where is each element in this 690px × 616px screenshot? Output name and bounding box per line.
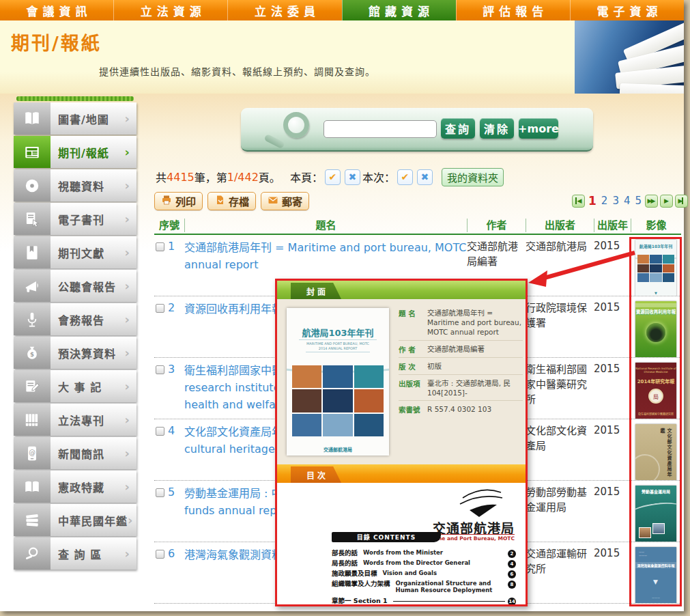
nav-tab-meeting-info[interactable]: 會議資訊 bbox=[0, 0, 113, 20]
megaphone-icon bbox=[14, 270, 51, 302]
toc-section-bar: 目次 bbox=[277, 464, 526, 483]
select-this-session-label: 本次： bbox=[362, 169, 395, 185]
sidebar-item-chronicle[interactable]: 大 事 記 › bbox=[14, 370, 136, 402]
row-checkbox[interactable] bbox=[156, 365, 164, 374]
sidebar-item-periodical-literature[interactable]: 期刊文獻 › bbox=[14, 236, 136, 268]
mail-button[interactable]: 郵寄 bbox=[261, 192, 309, 210]
my-folder-button[interactable]: 我的資料夾 bbox=[442, 168, 504, 186]
page: 會議資訊 立法資源 立法委員 館藏資源 評估報告 電子資源 期刊/報紙 提供連續… bbox=[0, 0, 684, 611]
chevron-right-icon: › bbox=[125, 213, 130, 225]
cover-thumbnail-recycling[interactable]: 資源回收再利用年報 bbox=[635, 301, 676, 358]
cross-icon: ✖ bbox=[349, 171, 357, 182]
more-options-button[interactable]: +more bbox=[519, 118, 558, 139]
toc-entry: 施政願景及目標 Vision and Goals 6 bbox=[332, 570, 516, 578]
row-checkbox[interactable] bbox=[156, 304, 164, 313]
ebook-icon bbox=[14, 203, 51, 235]
search-input[interactable] bbox=[324, 120, 437, 138]
nav-tab-evaluation-reports[interactable]: 評估報告 bbox=[456, 0, 570, 20]
sidebar-item-audio-visual[interactable]: 視聽資料 › bbox=[14, 169, 136, 201]
chevron-right-icon: › bbox=[125, 113, 130, 125]
toc-section-body: 交通部航港局 Maritime and Port Bureau, MOTC 目錄… bbox=[277, 483, 526, 604]
sidebar-item-public-hearing-reports[interactable]: 公聽會報告 › bbox=[14, 270, 136, 302]
disc-icon bbox=[14, 169, 51, 201]
chevron-right-icon: › bbox=[125, 247, 130, 259]
top-navigation: 會議資訊 立法資源 立法委員 館藏資源 評估報告 電子資源 bbox=[0, 0, 684, 20]
chevron-right-icon: › bbox=[128, 514, 132, 527]
page-subtitle: 提供連續性出版品、縮影資料、報紙線上預約、調閱及查詢。 bbox=[99, 64, 375, 78]
pagination: ◀ 1 2 3 4 5 ▶▶ ▶ ▶ bbox=[572, 194, 688, 208]
page-number-link[interactable]: 5 bbox=[635, 195, 642, 207]
column-header-number: 序號 bbox=[154, 219, 184, 232]
svg-text:@: @ bbox=[29, 449, 35, 456]
save-button[interactable]: 存檔 bbox=[207, 192, 256, 210]
chevron-right-icon: › bbox=[125, 180, 130, 192]
page-title: 期刊/報紙 bbox=[11, 29, 102, 55]
sidebar-item-e-books[interactable]: 電子書刊 › bbox=[14, 203, 136, 235]
cover-section-body: 航港局103年年刊 MARITIME AND PORT BUREAU, MOTC… bbox=[277, 299, 526, 464]
cover-preview-image: 航港局103年年刊 MARITIME AND PORT BUREAU, MOTC… bbox=[287, 308, 389, 456]
row-checkbox[interactable] bbox=[156, 550, 164, 559]
column-header-year: 出版年 bbox=[594, 219, 631, 232]
newspaper-icon bbox=[14, 136, 51, 168]
page-number-link[interactable]: 2 bbox=[601, 195, 608, 207]
search-magnifier-handle bbox=[263, 134, 285, 150]
chevron-right-icon: › bbox=[125, 146, 130, 158]
save-file-icon bbox=[214, 195, 225, 208]
sidebar-item-news-briefs[interactable]: @ 新聞簡訊 › bbox=[14, 437, 136, 469]
nav-tab-e-resources[interactable]: 電子資源 bbox=[570, 0, 684, 20]
sidebar-item-constitutional-collection[interactable]: 憲政特藏 › bbox=[14, 471, 136, 503]
books-icon bbox=[14, 404, 51, 436]
cover-section-bar: 封面 bbox=[277, 281, 526, 299]
chevron-right-icon: › bbox=[125, 481, 130, 493]
sidebar-item-periodicals-newspapers[interactable]: 期刊/報紙 › bbox=[14, 136, 136, 168]
journal-icon bbox=[14, 236, 51, 268]
deselect-all-page-button[interactable]: ✖ bbox=[345, 169, 360, 185]
nav-tab-legislative-resources[interactable]: 立法資源 bbox=[113, 0, 227, 20]
chevron-right-icon: › bbox=[125, 313, 130, 326]
page-number-current: 1 bbox=[588, 194, 596, 208]
first-page-button[interactable]: ◀ bbox=[572, 195, 585, 208]
toc-leader-line bbox=[393, 601, 505, 602]
row-checkbox[interactable] bbox=[156, 488, 164, 497]
last-page-button[interactable]: ▶ bbox=[675, 195, 688, 208]
sidebar-item-legislative-journal[interactable]: 立法專刊 › bbox=[14, 404, 136, 436]
clear-button[interactable]: 清除 bbox=[480, 118, 514, 139]
cover-thumbnail-medicine-research[interactable]: National Research Institute of Chinese M… bbox=[635, 363, 676, 419]
nav-tab-library-collection[interactable]: 館藏資源 bbox=[342, 0, 456, 20]
sidebar-item-budget-data[interactable]: $ 預決算資料 › bbox=[14, 337, 136, 369]
cover-thumbnail-maritime[interactable]: 航港局103年年刊▼ bbox=[635, 240, 676, 296]
next-page-button[interactable]: ▶ bbox=[660, 195, 673, 208]
contents-heading: 目錄 CONTENTS bbox=[332, 532, 441, 542]
book-icon bbox=[14, 102, 51, 135]
results-summary: 共4415筆，第1/442頁。 本頁： ✔ ✖ 本次： ✔ ✖ 我的資料夾 bbox=[156, 168, 681, 186]
page-number-link[interactable]: 4 bbox=[624, 195, 631, 207]
cover-thumbnail-harbor-observation[interactable]: —————港灣海氣象觀測資料年報▼——— bbox=[635, 547, 676, 604]
page-number-link[interactable]: 3 bbox=[612, 195, 619, 207]
nav-tab-legislators[interactable]: 立法委員 bbox=[227, 0, 341, 20]
toc-entry: 組織職掌及人力架構 Organizational Structure and H… bbox=[332, 580, 516, 594]
select-all-page-button[interactable]: ✔ bbox=[325, 169, 341, 185]
jump-forward-button[interactable]: ▶▶ bbox=[645, 195, 658, 208]
search-button[interactable]: 查詢 bbox=[441, 118, 475, 139]
print-button[interactable]: 列印 bbox=[154, 192, 203, 210]
sidebar-item-books-maps[interactable]: 圖書/地圖 › bbox=[14, 102, 136, 135]
cover-tab: 封面 bbox=[291, 283, 341, 299]
table-header: 序號 題名 作者 出版者 出版年 影像 bbox=[154, 217, 681, 235]
row-checkbox[interactable] bbox=[156, 427, 164, 436]
sidebar-item-council-reports[interactable]: 會務報告 › bbox=[14, 303, 136, 335]
printer-icon bbox=[161, 195, 172, 208]
page-indicator: 1/442 bbox=[227, 171, 259, 184]
chevron-right-icon: › bbox=[125, 380, 130, 393]
sidebar-item-search-area[interactable]: 查 詢 區 › bbox=[14, 537, 136, 570]
deselect-all-session-button[interactable]: ✖ bbox=[417, 169, 433, 185]
chevron-right-icon: › bbox=[125, 548, 130, 560]
page-banner: 期刊/報紙 提供連續性出版品、縮影資料、報紙線上預約、調閱及查詢。 bbox=[0, 20, 684, 94]
sidebar-item-roc-yearbook[interactable]: 中華民國年鑑 › bbox=[14, 504, 136, 536]
cover-thumbnail-heritage[interactable]: 文化部文化資產局年鑑 bbox=[635, 424, 676, 481]
chevron-right-icon: › bbox=[125, 447, 130, 460]
cover-thumbnail-labor-funds[interactable]: 勞動基金運用局 bbox=[635, 486, 676, 542]
row-checkbox[interactable] bbox=[156, 242, 164, 251]
toc-entry: 局長的話 Words from the Director General 4 bbox=[332, 560, 516, 568]
check-icon: ✔ bbox=[329, 171, 337, 182]
select-all-session-button[interactable]: ✔ bbox=[397, 169, 413, 185]
